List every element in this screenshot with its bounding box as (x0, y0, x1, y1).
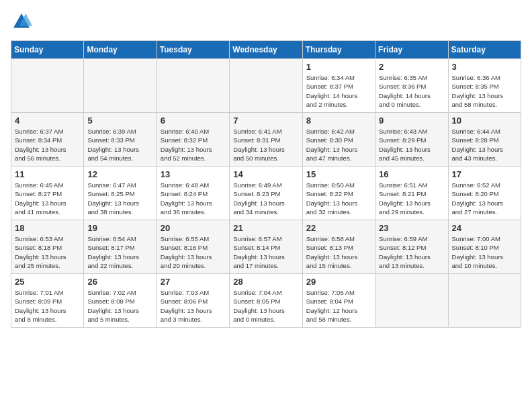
logo (11, 11, 35, 32)
calendar-cell: 16Sunrise: 6:51 AM Sunset: 8:21 PM Dayli… (375, 167, 448, 220)
day-info: Sunrise: 6:52 AM Sunset: 8:20 PM Dayligh… (452, 181, 517, 216)
calendar-cell: 2Sunrise: 6:35 AM Sunset: 8:36 PM Daylig… (375, 59, 448, 113)
day-number: 25 (15, 277, 80, 287)
day-number: 1 (306, 62, 371, 72)
day-info: Sunrise: 6:40 AM Sunset: 8:32 PM Dayligh… (161, 127, 226, 163)
calendar-cell: 23Sunrise: 6:59 AM Sunset: 8:12 PM Dayli… (375, 220, 448, 274)
day-info: Sunrise: 6:47 AM Sunset: 8:25 PM Dayligh… (87, 181, 152, 216)
day-info: Sunrise: 6:36 AM Sunset: 8:35 PM Dayligh… (452, 73, 517, 109)
calendar-cell: 18Sunrise: 6:53 AM Sunset: 8:18 PM Dayli… (11, 220, 84, 274)
calendar-cell: 3Sunrise: 6:36 AM Sunset: 8:35 PM Daylig… (448, 59, 521, 113)
header-row: SundayMondayTuesdayWednesdayThursdayFrid… (11, 41, 521, 59)
calendar-week-row: 18Sunrise: 6:53 AM Sunset: 8:18 PM Dayli… (11, 220, 521, 274)
day-number: 9 (379, 116, 444, 126)
calendar-cell: 12Sunrise: 6:47 AM Sunset: 8:25 PM Dayli… (84, 167, 157, 220)
day-info: Sunrise: 7:04 AM Sunset: 8:05 PM Dayligh… (233, 288, 298, 324)
calendar-cell: 29Sunrise: 7:05 AM Sunset: 8:04 PM Dayli… (302, 274, 375, 328)
calendar-cell: 6Sunrise: 6:40 AM Sunset: 8:32 PM Daylig… (157, 113, 229, 167)
day-info: Sunrise: 6:41 AM Sunset: 8:31 PM Dayligh… (233, 127, 298, 163)
calendar-cell: 27Sunrise: 7:03 AM Sunset: 8:06 PM Dayli… (157, 274, 229, 328)
day-info: Sunrise: 6:54 AM Sunset: 8:17 PM Dayligh… (87, 234, 152, 270)
day-number: 16 (379, 169, 444, 179)
day-number: 6 (161, 116, 226, 126)
day-number: 5 (87, 116, 152, 126)
day-number: 27 (161, 277, 226, 287)
day-info: Sunrise: 6:39 AM Sunset: 8:33 PM Dayligh… (87, 127, 152, 163)
calendar-week-row: 25Sunrise: 7:01 AM Sunset: 8:09 PM Dayli… (11, 274, 521, 328)
calendar-cell: 11Sunrise: 6:45 AM Sunset: 8:27 PM Dayli… (11, 167, 84, 220)
calendar-cell: 20Sunrise: 6:55 AM Sunset: 8:16 PM Dayli… (157, 220, 229, 274)
calendar-cell: 4Sunrise: 6:37 AM Sunset: 8:34 PM Daylig… (11, 113, 84, 167)
calendar-cell: 25Sunrise: 7:01 AM Sunset: 8:09 PM Dayli… (11, 274, 84, 328)
day-number: 17 (452, 169, 517, 179)
calendar-cell: 28Sunrise: 7:04 AM Sunset: 8:05 PM Dayli… (230, 274, 302, 328)
calendar-week-row: 11Sunrise: 6:45 AM Sunset: 8:27 PM Dayli… (11, 167, 521, 220)
weekday-header: Monday (84, 41, 157, 59)
day-number: 28 (233, 277, 298, 287)
calendar-body: 1Sunrise: 6:34 AM Sunset: 8:37 PM Daylig… (11, 59, 521, 328)
day-info: Sunrise: 6:50 AM Sunset: 8:22 PM Dayligh… (306, 181, 371, 216)
day-info: Sunrise: 6:57 AM Sunset: 8:14 PM Dayligh… (233, 234, 298, 270)
day-number: 8 (306, 116, 371, 126)
day-info: Sunrise: 6:48 AM Sunset: 8:24 PM Dayligh… (161, 181, 226, 216)
day-number: 4 (15, 116, 80, 126)
day-info: Sunrise: 6:35 AM Sunset: 8:36 PM Dayligh… (379, 73, 444, 109)
day-info: Sunrise: 7:01 AM Sunset: 8:09 PM Dayligh… (15, 288, 80, 324)
day-info: Sunrise: 6:53 AM Sunset: 8:18 PM Dayligh… (15, 234, 80, 270)
day-info: Sunrise: 7:03 AM Sunset: 8:06 PM Dayligh… (161, 288, 226, 324)
day-number: 7 (233, 116, 298, 126)
day-number: 2 (379, 62, 444, 72)
calendar-cell: 21Sunrise: 6:57 AM Sunset: 8:14 PM Dayli… (230, 220, 302, 274)
calendar-cell: 19Sunrise: 6:54 AM Sunset: 8:17 PM Dayli… (84, 220, 157, 274)
calendar-cell (375, 274, 448, 328)
day-number: 29 (306, 277, 371, 287)
day-number: 13 (161, 169, 226, 179)
calendar-cell: 9Sunrise: 6:43 AM Sunset: 8:29 PM Daylig… (375, 113, 448, 167)
day-info: Sunrise: 6:34 AM Sunset: 8:37 PM Dayligh… (306, 73, 371, 109)
calendar-cell: 14Sunrise: 6:49 AM Sunset: 8:23 PM Dayli… (230, 167, 302, 220)
day-number: 12 (87, 169, 152, 179)
calendar-cell: 26Sunrise: 7:02 AM Sunset: 8:08 PM Dayli… (84, 274, 157, 328)
weekday-header: Tuesday (157, 41, 229, 59)
calendar-week-row: 1Sunrise: 6:34 AM Sunset: 8:37 PM Daylig… (11, 59, 521, 113)
day-number: 15 (306, 169, 371, 179)
calendar-cell: 10Sunrise: 6:44 AM Sunset: 8:28 PM Dayli… (448, 113, 521, 167)
day-info: Sunrise: 6:43 AM Sunset: 8:29 PM Dayligh… (379, 127, 444, 163)
weekday-header: Wednesday (230, 41, 302, 59)
calendar-cell (230, 59, 302, 113)
calendar-cell: 7Sunrise: 6:41 AM Sunset: 8:31 PM Daylig… (230, 113, 302, 167)
weekday-header: Thursday (302, 41, 375, 59)
weekday-header: Saturday (448, 41, 521, 59)
day-number: 26 (87, 277, 152, 287)
calendar-cell: 5Sunrise: 6:39 AM Sunset: 8:33 PM Daylig… (84, 113, 157, 167)
calendar-cell (11, 59, 84, 113)
weekday-header: Sunday (11, 41, 84, 59)
day-number: 18 (15, 223, 80, 233)
day-info: Sunrise: 7:05 AM Sunset: 8:04 PM Dayligh… (306, 288, 371, 324)
calendar-cell: 1Sunrise: 6:34 AM Sunset: 8:37 PM Daylig… (302, 59, 375, 113)
calendar-cell: 22Sunrise: 6:58 AM Sunset: 8:13 PM Dayli… (302, 220, 375, 274)
calendar-table: SundayMondayTuesdayWednesdayThursdayFrid… (11, 40, 521, 328)
day-info: Sunrise: 6:55 AM Sunset: 8:16 PM Dayligh… (161, 234, 226, 270)
page-header (11, 11, 521, 32)
calendar-cell: 15Sunrise: 6:50 AM Sunset: 8:22 PM Dayli… (302, 167, 375, 220)
day-number: 22 (306, 223, 371, 233)
calendar-cell: 17Sunrise: 6:52 AM Sunset: 8:20 PM Dayli… (448, 167, 521, 220)
weekday-header: Friday (375, 41, 448, 59)
day-info: Sunrise: 6:44 AM Sunset: 8:28 PM Dayligh… (452, 127, 517, 163)
calendar-cell (157, 59, 229, 113)
day-number: 3 (452, 62, 517, 72)
day-info: Sunrise: 6:58 AM Sunset: 8:13 PM Dayligh… (306, 234, 371, 270)
day-number: 23 (379, 223, 444, 233)
calendar-week-row: 4Sunrise: 6:37 AM Sunset: 8:34 PM Daylig… (11, 113, 521, 167)
calendar-cell (448, 274, 521, 328)
day-number: 24 (452, 223, 517, 233)
calendar-cell: 24Sunrise: 7:00 AM Sunset: 8:10 PM Dayli… (448, 220, 521, 274)
day-number: 20 (161, 223, 226, 233)
day-number: 10 (452, 116, 517, 126)
calendar-header: SundayMondayTuesdayWednesdayThursdayFrid… (11, 41, 521, 59)
day-number: 14 (233, 169, 298, 179)
calendar-cell: 8Sunrise: 6:42 AM Sunset: 8:30 PM Daylig… (302, 113, 375, 167)
day-info: Sunrise: 7:00 AM Sunset: 8:10 PM Dayligh… (452, 234, 517, 270)
day-info: Sunrise: 7:02 AM Sunset: 8:08 PM Dayligh… (87, 288, 152, 324)
